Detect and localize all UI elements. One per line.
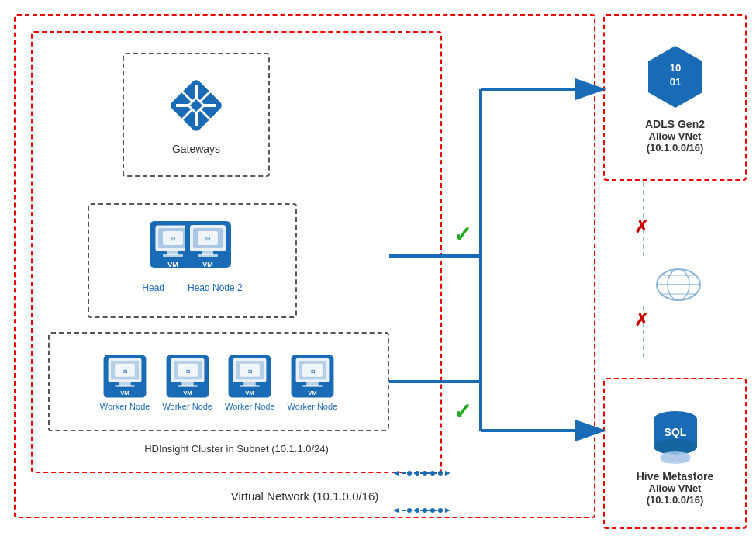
svg-rect-22 bbox=[198, 254, 218, 257]
svg-text:⊡: ⊡ bbox=[185, 368, 189, 373]
svg-rect-54 bbox=[302, 385, 323, 387]
adls-box: 10 01 ADLS Gen2 Allow VNet (10.1.0.0/16) bbox=[603, 14, 747, 181]
svg-point-64 bbox=[660, 452, 675, 463]
svg-text:VM: VM bbox=[167, 261, 178, 268]
svg-text:VM: VM bbox=[308, 389, 317, 396]
svg-text:VM: VM bbox=[202, 261, 213, 268]
worker-node-2-label: Worker Node bbox=[162, 402, 212, 411]
svg-text:01: 01 bbox=[669, 76, 680, 88]
head-node2-label: Head Node 2 bbox=[188, 282, 243, 293]
adls-subtitle: Allow VNet bbox=[649, 130, 702, 142]
svg-text:VM: VM bbox=[246, 389, 255, 396]
diagram-container: Virtual Network (10.1.0.0/16) HDInsight … bbox=[0, 0, 756, 543]
svg-point-65 bbox=[675, 452, 691, 463]
svg-text:SQL: SQL bbox=[664, 426, 686, 438]
worker-nodes-row: ⊡ VM Worker Node ⊡ VM Wor bbox=[97, 353, 340, 411]
svg-text:VM: VM bbox=[183, 389, 192, 396]
internet-cloud-icon bbox=[651, 263, 706, 303]
svg-rect-46 bbox=[240, 385, 260, 387]
gateway-icon bbox=[165, 74, 227, 137]
worker-node-3: ⊡ VM Worker Node bbox=[225, 353, 275, 411]
worker-node-3-label: Worker Node bbox=[225, 402, 275, 411]
gateways-box: Gateways bbox=[123, 53, 270, 177]
adls-icon: 10 01 bbox=[640, 42, 710, 112]
worker-node-4: ⊡ VM Worker Node bbox=[288, 353, 338, 411]
worker-node-1-label: Worker Node bbox=[100, 402, 150, 411]
adls-network: (10.1.0.0/16) bbox=[647, 142, 704, 154]
worker-node-1: ⊡ VM Worker Node bbox=[100, 353, 150, 411]
svg-text:⊡: ⊡ bbox=[205, 236, 210, 241]
svg-text:✗: ✗ bbox=[634, 217, 648, 237]
svg-text:10: 10 bbox=[669, 62, 680, 74]
hdinsight-cluster-label: HDInsight Cluster in Subnet (10.1.1.0/24… bbox=[144, 443, 329, 455]
headnodes-box: ⊡ VM ⊡ VM bbox=[88, 203, 297, 318]
svg-text:⊡: ⊡ bbox=[171, 236, 175, 241]
hive-network: (10.1.0.0/16) bbox=[647, 494, 704, 506]
hive-subtitle: Allow VNet bbox=[649, 482, 702, 494]
adls-title: ADLS Gen2 bbox=[645, 118, 705, 130]
worker-node-2: ⊡ VM Worker Node bbox=[162, 353, 212, 411]
vnet-label: Virtual Network (10.1.0.0/16) bbox=[231, 489, 379, 503]
internet-icon bbox=[647, 256, 709, 310]
head-node2-icon: ⊡ VM bbox=[181, 217, 235, 275]
worker-node-4-label: Worker Node bbox=[288, 402, 338, 411]
svg-text:⊡: ⊡ bbox=[310, 368, 314, 373]
svg-text:VM: VM bbox=[120, 389, 129, 396]
svg-rect-38 bbox=[178, 385, 198, 387]
hive-icon: SQL bbox=[644, 402, 706, 464]
svg-text:⊡: ⊡ bbox=[248, 368, 252, 373]
hive-box: SQL Hive Metastore Allow VNet (10.1.0.0/… bbox=[603, 378, 747, 529]
hive-title: Hive Metastore bbox=[637, 470, 714, 482]
gateways-label: Gateways bbox=[172, 143, 220, 155]
head-node1-label: Head bbox=[142, 282, 164, 293]
workernodes-box: ⊡ VM Worker Node ⊡ VM Wor bbox=[48, 332, 389, 431]
svg-rect-30 bbox=[115, 385, 135, 387]
svg-text:✗: ✗ bbox=[634, 310, 648, 330]
svg-text:⊡: ⊡ bbox=[123, 368, 127, 373]
